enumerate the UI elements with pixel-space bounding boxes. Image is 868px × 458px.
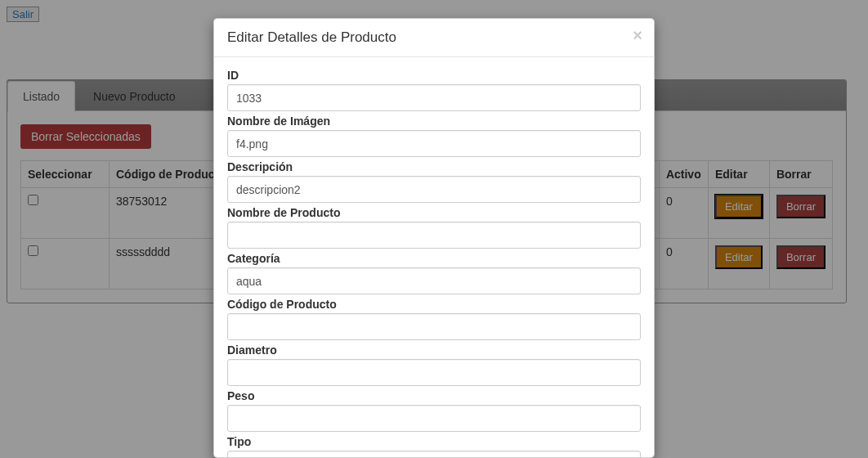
tipo-label: Tipo: [227, 435, 641, 448]
peso-label: Peso: [227, 389, 641, 402]
categoria-field[interactable]: [227, 267, 641, 294]
id-label: ID: [227, 69, 641, 82]
codigo-producto-field[interactable]: [227, 313, 641, 340]
peso-field[interactable]: [227, 405, 641, 432]
categoria-label: Categoría: [227, 252, 641, 265]
nombre-producto-field[interactable]: [227, 222, 641, 249]
imagen-label: Nombre de Imágen: [227, 114, 641, 128]
imagen-field[interactable]: [227, 130, 641, 157]
diametro-field[interactable]: [227, 359, 641, 386]
tipo-field[interactable]: [227, 451, 641, 458]
modal-header: Editar Detalles de Producto ×: [214, 19, 654, 57]
nombre-producto-label: Nombre de Producto: [227, 206, 641, 219]
close-icon[interactable]: ×: [633, 27, 642, 43]
descripcion-field[interactable]: [227, 176, 641, 203]
descripcion-label: Descripción: [227, 160, 641, 173]
id-field[interactable]: [227, 84, 641, 111]
codigo-producto-label: Código de Producto: [227, 298, 641, 311]
diametro-label: Diametro: [227, 344, 641, 357]
edit-product-modal: Editar Detalles de Producto × ID Nombre …: [213, 18, 655, 458]
modal-body: ID Nombre de Imágen Descripción Nombre d…: [214, 57, 654, 458]
modal-title: Editar Detalles de Producto: [227, 29, 641, 46]
